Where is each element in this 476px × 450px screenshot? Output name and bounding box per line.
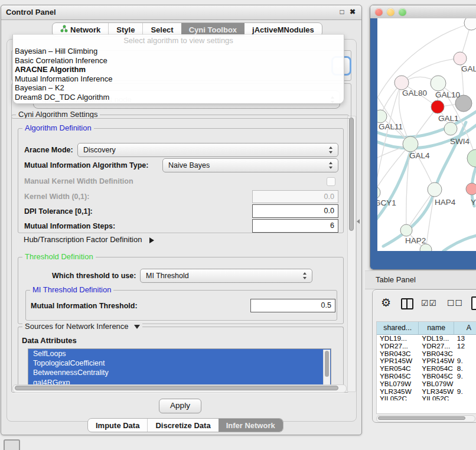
table-row[interactable]: YBR043CYBR043C [377, 350, 476, 358]
mi-threshold-value: 0.5 [251, 299, 331, 311]
table-cell: YBR043C [377, 350, 419, 358]
list-scrollbar[interactable] [323, 350, 330, 387]
table-horizontal-scrollbar[interactable] [376, 415, 475, 422]
network-node-label: GAL11 [379, 122, 403, 131]
attribute-list-item[interactable]: SelfLoops [28, 349, 331, 358]
settings-vertical-scrollbar[interactable] [347, 116, 356, 392]
network-node-gal80[interactable] [395, 76, 409, 90]
table-column-header[interactable]: name [419, 322, 454, 334]
network-node-gal10[interactable] [431, 76, 446, 91]
apply-button[interactable]: Apply [159, 399, 201, 413]
kernel-width-field[interactable]: 0.0 [252, 190, 338, 203]
mi-steps-field[interactable]: 6 [252, 219, 338, 233]
network-edge[interactable] [426, 190, 435, 250]
expand-arrow-icon [149, 237, 154, 243]
settings-vertical-scrollbar-thumb[interactable] [349, 118, 354, 231]
table-row[interactable]: YLR345WYLR345W9. [377, 388, 476, 396]
algorithm-list-item[interactable]: Bayesian – K2 [13, 83, 344, 93]
algorithm-list-item[interactable]: Mutual Information Inference [13, 74, 344, 84]
table-row[interactable]: YIL052CYIL052C [377, 395, 476, 400]
manual-kernel-checkbox[interactable] [327, 177, 335, 186]
table-cell [454, 380, 476, 388]
node-attribute-table: shared...nameA YDL19...YDL19...13YDR27..… [376, 321, 476, 414]
network-node[interactable] [467, 149, 476, 167]
network-edge-thick[interactable] [444, 234, 476, 251]
which-threshold-combo[interactable]: MI Threshold [140, 269, 312, 283]
network-node-hap2[interactable] [400, 224, 412, 236]
table-cell: YLR345W [419, 388, 454, 396]
table-header-row: shared...nameA [377, 322, 476, 335]
algorithm-definition-group: Algorithm Definition Aracne Mode: Discov… [18, 128, 344, 233]
algorithm-list-item[interactable]: ARACNE Algorithm [13, 65, 344, 74]
panel-collapse-arrow[interactable] [357, 219, 360, 224]
close-window-icon[interactable]: ✖ [348, 8, 357, 16]
aracne-mode-combo[interactable]: Discovery [77, 143, 338, 157]
mi-algorithm-type-combo[interactable]: Naive Bayes [162, 158, 338, 172]
hub-definition-expander[interactable]: Hub/Transcription Factor Definition [24, 235, 154, 244]
gear-icon[interactable]: ⚙ [381, 297, 391, 308]
cyni-bottom-tabbar: Impute DataDiscretize DataInfer Network [87, 418, 283, 432]
close-traffic-light-icon[interactable] [375, 8, 383, 16]
table-row[interactable]: YDR27...YDR27...12 [377, 343, 476, 350]
table-cell: 9. [454, 357, 476, 365]
attribute-list-item[interactable]: TopologicalCoefficient [28, 358, 331, 368]
table-row[interactable]: YBR045CYBR045C9. [377, 373, 476, 380]
tab-infer-network[interactable]: Infer Network [219, 419, 283, 432]
table-row[interactable]: YBL079WYBL079W [377, 380, 476, 388]
select-all-icon[interactable]: ☑☑ [421, 298, 437, 308]
network-node-gal4[interactable] [403, 136, 418, 152]
table-panel-title: Table Panel [376, 275, 416, 284]
network-canvas[interactable]: GALGAL80GAL10GAL1GAL11SWI4GAL4GCY1HAP4YH… [377, 18, 476, 251]
show-columns-icon[interactable] [401, 298, 413, 309]
float-window-icon[interactable]: □ [338, 8, 346, 16]
table-cell: YER054C [419, 365, 454, 373]
attribute-list-item[interactable]: BetweennessCentrality [28, 368, 331, 377]
network-node-gal1[interactable] [431, 100, 444, 113]
dpi-tolerance-field[interactable]: 0.0 [252, 204, 338, 218]
table-row[interactable]: YER054CYER054C8. [377, 365, 476, 373]
network-node[interactable] [464, 18, 476, 30]
table-cell: YIL052C [377, 395, 419, 400]
sources-group-title[interactable]: Sources for Network Inference [22, 322, 142, 331]
deselect-all-icon[interactable]: ☐☐ [447, 298, 463, 308]
list-scrollbar-thumb[interactable] [325, 351, 329, 377]
network-node-gal[interactable] [454, 52, 467, 65]
network-node-gcy1[interactable] [377, 186, 380, 199]
cyni-algorithm-settings-group: Cyni Algorithm Settings Algorithm Defini… [11, 115, 349, 393]
dpi-tolerance-label: DPI Tolerance [0,1]: [24, 207, 93, 216]
mi-threshold-definition-title: MI Threshold Definition [30, 285, 113, 294]
network-node-label: SWI4 [450, 137, 470, 146]
network-node-label: GAL80 [402, 89, 427, 97]
tab-impute-data[interactable]: Impute Data [88, 419, 147, 432]
algorithm-list-item[interactable]: Dream8 DC_TDC Algorithm [13, 93, 344, 102]
mi-threshold-field[interactable]: 0.5 [250, 299, 335, 312]
network-node-hap4[interactable] [428, 182, 442, 197]
network-node-label: GAL1 [438, 114, 459, 123]
minimize-traffic-light-icon[interactable] [387, 8, 395, 16]
network-frame: GALGAL80GAL10GAL1GAL11SWI4GAL4GCY1HAP4YH… [370, 18, 476, 269]
settings-horizontal-scrollbar[interactable] [12, 384, 347, 393]
table-column-header[interactable]: A [454, 322, 476, 334]
settings-horizontal-scrollbar-thumb[interactable] [15, 386, 338, 390]
algorithm-dropdown-list[interactable]: Select algorithm to view settings Bayesi… [12, 34, 344, 104]
screen: Control Panel □ ✖ NetworkStyleSelectCyni… [0, 0, 476, 450]
algorithm-list-item[interactable]: Basic Correlation Inference [13, 56, 344, 66]
network-node-label: Y [471, 198, 476, 207]
table-row[interactable]: YPR145WYPR145W9. [377, 357, 476, 365]
tab-discretize-data[interactable]: Discretize Data [147, 419, 218, 432]
minimized-panel-icon[interactable] [4, 439, 20, 450]
network-edge[interactable] [406, 190, 435, 230]
zoom-traffic-light-icon[interactable] [399, 8, 406, 16]
table-horizontal-scrollbar-thumb[interactable] [378, 416, 465, 420]
which-threshold-value: MI Threshold [146, 269, 312, 282]
table-row[interactable]: YDL19...YDL19...13 [377, 335, 476, 343]
network-node-swi4[interactable] [444, 122, 457, 135]
table-column-header[interactable]: shared... [377, 322, 419, 334]
table-cell: 13 [454, 335, 476, 343]
network-node-y[interactable] [466, 183, 476, 195]
data-attributes-list[interactable]: SelfLoopsTopologicalCoefficientBetweenne… [28, 348, 331, 388]
table-cell: YLR345W [377, 388, 419, 396]
table-cell: YPR145W [377, 357, 419, 365]
algorithm-list-item[interactable]: Bayesian – Hill Climbing [13, 47, 344, 56]
export-table-icon[interactable] [471, 296, 476, 310]
